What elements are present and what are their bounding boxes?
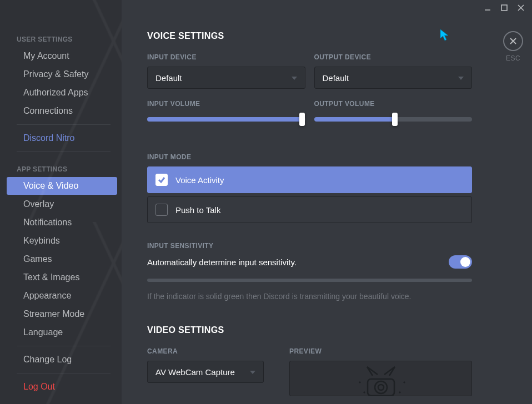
sidebar-item-keybinds[interactable]: Keybinds xyxy=(7,232,117,250)
auto-sensitivity-toggle[interactable] xyxy=(449,255,472,269)
checkbox-icon xyxy=(155,174,168,186)
sidebar-item-overlay[interactable]: Overlay xyxy=(7,195,117,213)
sidebar-item-nitro[interactable]: Discord Nitro xyxy=(7,129,117,147)
sidebar-header-user: USER SETTINGS xyxy=(0,27,122,47)
sidebar-item-appearance[interactable]: Appearance xyxy=(7,287,117,305)
camera-select[interactable]: AV WebCam Capture xyxy=(147,361,264,383)
chevron-down-icon xyxy=(458,73,464,83)
camera-placeholder-icon xyxy=(348,365,414,396)
camera-preview xyxy=(289,361,472,396)
svg-point-3 xyxy=(378,385,384,390)
checkbox-icon xyxy=(155,204,168,216)
sidebar-item-streamer-mode[interactable]: Streamer Mode xyxy=(7,305,117,323)
input-mode-push-to-talk[interactable]: Push to Talk xyxy=(147,196,472,223)
slider-thumb[interactable] xyxy=(299,113,305,126)
window-minimize-button[interactable] xyxy=(483,3,492,12)
sidebar-divider xyxy=(17,373,111,373)
chevron-down-icon xyxy=(292,73,297,83)
sidebar-item-connections[interactable]: Connections xyxy=(7,102,117,120)
close-column: ESC xyxy=(494,0,532,404)
input-mode-voice-activity[interactable]: Voice Activity xyxy=(147,166,472,193)
video-settings-heading: VIDEO SETTINGS xyxy=(147,325,472,335)
svg-point-2 xyxy=(375,381,387,393)
output-volume-slider[interactable] xyxy=(314,113,473,125)
window-titlebar xyxy=(483,0,532,16)
auto-sensitivity-label: Automatically determine input sensitivit… xyxy=(147,257,297,267)
settings-sidebar: USER SETTINGS My Account Privacy & Safet… xyxy=(0,0,122,404)
sidebar-item-authorized-apps[interactable]: Authorized Apps xyxy=(7,84,117,102)
svg-rect-0 xyxy=(501,5,507,11)
sidebar-item-changelog[interactable]: Change Log xyxy=(7,351,117,368)
camera-label: CAMERA xyxy=(147,347,264,355)
slider-thumb[interactable] xyxy=(392,113,398,126)
sidebar-header-app: APP SETTINGS xyxy=(0,156,122,176)
output-device-value: Default xyxy=(323,73,349,83)
settings-scroll-area[interactable]: VOICE SETTINGS INPUT DEVICE Default OUTP… xyxy=(122,0,494,404)
sidebar-item-privacy[interactable]: Privacy & Safety xyxy=(7,65,117,83)
output-device-select[interactable]: Default xyxy=(314,67,473,89)
sensitivity-indicator xyxy=(147,279,472,282)
input-device-select[interactable]: Default xyxy=(147,67,305,89)
sidebar-item-logout[interactable]: Log Out xyxy=(7,378,117,396)
settings-content: VOICE SETTINGS INPUT DEVICE Default OUTP… xyxy=(122,0,532,404)
close-settings-label: ESC xyxy=(506,54,520,62)
camera-value: AV WebCam Capture xyxy=(155,367,235,377)
sidebar-item-language[interactable]: Language xyxy=(7,324,117,341)
sensitivity-hint: If the indicator is solid green then Dis… xyxy=(147,292,472,301)
input-mode-label: INPUT MODE xyxy=(147,153,472,161)
input-sensitivity-label: INPUT SENSITIVITY xyxy=(147,242,472,250)
preview-label: PREVIEW xyxy=(289,347,472,355)
input-volume-slider[interactable] xyxy=(147,113,305,125)
sidebar-divider xyxy=(17,124,111,125)
input-device-label: INPUT DEVICE xyxy=(147,53,305,61)
voice-settings-heading: VOICE SETTINGS xyxy=(147,31,472,41)
sidebar-item-games[interactable]: Games xyxy=(7,250,117,268)
window-maximize-button[interactable] xyxy=(500,3,509,12)
sidebar-divider xyxy=(17,346,111,346)
sidebar-item-my-account[interactable]: My Account xyxy=(7,47,117,65)
sidebar-item-notifications[interactable]: Notifications xyxy=(7,214,117,231)
output-device-label: OUTPUT DEVICE xyxy=(314,53,473,61)
chevron-down-icon xyxy=(250,367,255,377)
sidebar-divider xyxy=(17,152,111,152)
settings-window: USER SETTINGS My Account Privacy & Safet… xyxy=(0,0,532,404)
radio-label: Voice Activity xyxy=(175,175,224,185)
input-volume-label: INPUT VOLUME xyxy=(147,100,305,108)
output-volume-label: OUTPUT VOLUME xyxy=(314,100,473,108)
radio-label: Push to Talk xyxy=(175,205,220,215)
input-device-value: Default xyxy=(155,73,182,83)
window-close-button[interactable] xyxy=(516,3,525,12)
sidebar-item-text-images[interactable]: Text & Images xyxy=(7,269,117,286)
close-settings-button[interactable] xyxy=(503,31,523,51)
sidebar-item-voice-video[interactable]: Voice & Video xyxy=(7,177,117,195)
